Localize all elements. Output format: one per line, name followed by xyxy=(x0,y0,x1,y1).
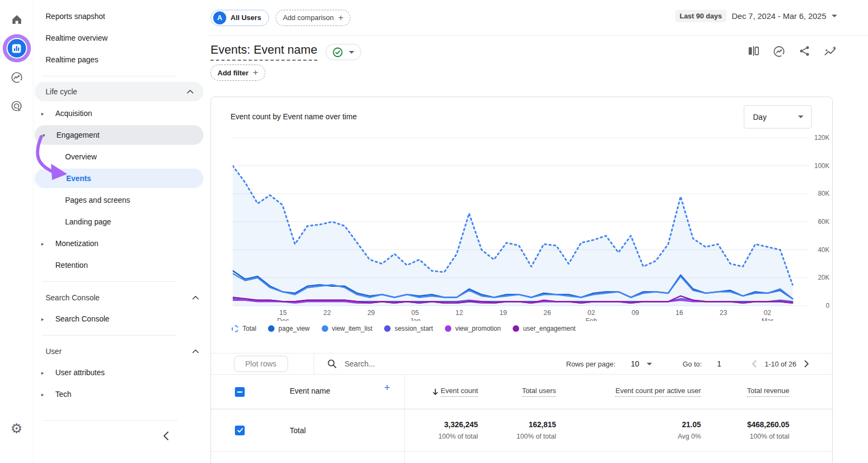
legend-label: view_promotion xyxy=(455,325,501,332)
x-axis-label: 05 xyxy=(411,309,419,317)
triangle-right-icon: ▸ xyxy=(41,370,55,376)
sidebar-item-tech[interactable]: ▸Tech xyxy=(34,383,209,405)
add-comparison-chip[interactable]: Add comparison + xyxy=(276,10,350,26)
share-button[interactable] xyxy=(799,46,810,57)
section-label: Life cycle xyxy=(46,87,77,96)
legend-item-view-promotion[interactable]: view_promotion xyxy=(445,325,501,332)
column-header-total-users[interactable]: Total users xyxy=(478,387,556,397)
insights-icon xyxy=(773,46,785,57)
caret-down-icon xyxy=(349,51,354,54)
caret-down-icon xyxy=(798,115,803,118)
sidebar-item-events[interactable]: Events xyxy=(35,169,203,188)
chart-title: Event count by Event name over time xyxy=(231,112,357,121)
legend-label: Total xyxy=(242,325,256,332)
sidebar-item-search-console[interactable]: ▸Search Console xyxy=(34,308,209,330)
chart-legend: Totalpage_viewview_item_listsession_star… xyxy=(232,325,576,332)
table-row[interactable]: 1 page_view 862,047 156,150 5.56 $0.00 xyxy=(211,452,832,463)
y-axis-label: 0 xyxy=(826,302,829,310)
sidebar-item-label: Retention xyxy=(55,261,88,269)
triangle-right-icon: ▸ xyxy=(41,391,55,397)
granularity-dropdown[interactable]: Day xyxy=(744,105,812,128)
y-axis-label: 120K xyxy=(814,134,829,142)
home-nav-button[interactable] xyxy=(6,9,28,30)
collapse-sidebar-button[interactable] xyxy=(158,428,174,443)
comparison-icon xyxy=(748,46,759,56)
legend-dot xyxy=(445,325,451,332)
sidebar-section-life-cycle[interactable]: Life cycle xyxy=(35,82,203,101)
reports-sidebar: Reports snapshotRealtime overviewRealtim… xyxy=(34,0,209,463)
report-status-menu[interactable] xyxy=(326,44,361,60)
legend-dot xyxy=(322,325,328,332)
sort-descending-icon xyxy=(432,388,438,395)
settings-nav-button[interactable]: ⚙ xyxy=(6,417,28,439)
legend-label: user_engagement xyxy=(523,325,576,332)
reports-nav-button[interactable] xyxy=(6,37,28,59)
section-label: Search Console xyxy=(46,293,100,302)
sidebar-item-monetization[interactable]: ▸Monetization xyxy=(34,233,209,254)
x-axis-sublabel: Mar xyxy=(762,317,774,321)
sidebar-item-engagement[interactable]: ▾Engagement xyxy=(35,125,203,145)
plot-rows-button[interactable]: Plot rows xyxy=(234,356,288,372)
sidebar-item-user-attributes[interactable]: ▸User attributes xyxy=(34,362,209,383)
legend-item-total[interactable]: Total xyxy=(232,325,256,332)
legend-item-page-view[interactable]: page_view xyxy=(268,325,309,332)
report-actions xyxy=(748,46,837,57)
insights-sparkline-button[interactable] xyxy=(824,46,837,57)
prev-page-button[interactable] xyxy=(751,360,757,368)
triangle-right-icon: ▸ xyxy=(41,241,55,247)
sidebar-item-landing-page[interactable]: Landing page xyxy=(34,211,209,233)
next-page-button[interactable] xyxy=(804,360,809,368)
explore-nav-button[interactable] xyxy=(6,67,28,88)
sidebar-item-reports-snapshot[interactable]: Reports snapshot xyxy=(34,5,209,27)
reports-icon xyxy=(12,44,21,53)
event-name-column-header[interactable]: Event name + xyxy=(260,387,404,397)
column-header-event-count-per-active-user[interactable]: Event count per active user xyxy=(556,387,701,397)
insights-button[interactable] xyxy=(773,46,785,57)
search-input[interactable] xyxy=(344,359,486,368)
sidebar-divider xyxy=(42,76,176,76)
rows-per-page-value[interactable]: 10 xyxy=(631,359,640,368)
advertising-icon xyxy=(10,100,23,113)
share-icon xyxy=(799,46,810,56)
legend-item-session-start[interactable]: session_start xyxy=(384,325,433,332)
table-header-row: Event name + Event count Total users Eve… xyxy=(211,375,832,409)
goto-page-value[interactable]: 1 xyxy=(717,359,722,368)
sidebar-item-acquisition[interactable]: ▸Acquisition xyxy=(34,102,209,124)
legend-item-user-engagement[interactable]: user_engagement xyxy=(513,325,576,332)
total-revenue: $468,260.05100% of total xyxy=(701,420,789,440)
select-all-checkbox[interactable] xyxy=(235,387,245,397)
indeterminate-icon xyxy=(237,389,243,395)
total-row-checkbox[interactable] xyxy=(235,426,245,435)
rows-per-page-label: Rows per page: xyxy=(566,360,616,368)
sidebar-item-realtime-pages[interactable]: Realtime pages xyxy=(34,49,209,70)
x-axis-label: 22 xyxy=(323,309,331,317)
add-metric-icon[interactable]: + xyxy=(384,382,390,394)
page-range-text: 1-10 of 26 xyxy=(764,360,796,368)
date-range-picker[interactable]: Last 90 days Dec 7, 2024 - Mar 6, 2025 xyxy=(675,10,837,22)
sidebar-nav: Reports snapshotRealtime overviewRealtim… xyxy=(34,5,209,405)
total-event-count-per-active-user: 21.05Avg 0% xyxy=(556,420,701,440)
home-icon xyxy=(11,14,23,25)
x-axis-label: 26 xyxy=(544,309,551,317)
add-filter-chip[interactable]: Add filter + xyxy=(210,65,265,81)
sidebar-item-retention[interactable]: Retention xyxy=(34,254,209,276)
sidebar-item-overview[interactable]: Overview xyxy=(34,146,209,168)
y-axis-label: 60K xyxy=(818,218,829,226)
edit-comparison-button[interactable] xyxy=(748,46,759,57)
explore-icon xyxy=(10,71,23,84)
total-row-label: Total xyxy=(260,426,404,435)
sidebar-section-search-console[interactable]: Search Console xyxy=(34,287,209,308)
advertising-nav-button[interactable] xyxy=(6,95,28,117)
goto-label: Go to: xyxy=(682,360,701,368)
sidebar-item-pages-and-screens[interactable]: Pages and screens xyxy=(34,189,209,211)
y-axis-label: 100K xyxy=(814,162,829,170)
sidebar-section-user[interactable]: User xyxy=(34,341,209,362)
column-header-event-count[interactable]: Event count xyxy=(404,387,478,397)
date-range-text: Dec 7, 2024 - Mar 6, 2025 xyxy=(732,11,826,21)
event-count-chart[interactable]: 020K40K60K80K100K120K15Dec222905Jan12192… xyxy=(233,134,833,321)
sidebar-item-realtime-overview[interactable]: Realtime overview xyxy=(34,27,209,49)
rows-per-page-caret-icon[interactable] xyxy=(647,363,652,365)
all-users-chip[interactable]: A All Users xyxy=(210,10,269,26)
column-header-total-revenue[interactable]: Total revenue xyxy=(701,387,789,397)
legend-item-view-item-list[interactable]: view_item_list xyxy=(322,325,373,332)
